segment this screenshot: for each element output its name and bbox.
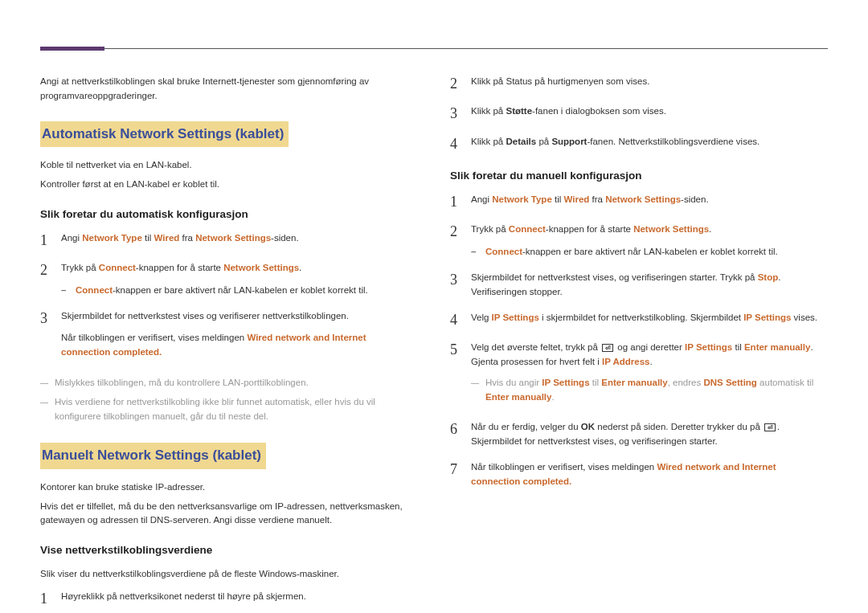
step-body: Angi Network Type til Wired fra Network …	[61, 231, 418, 246]
step-number: 4	[450, 135, 471, 153]
note-1: Mislykkes tilkoblingen, må du kontroller…	[40, 376, 418, 390]
step-number: 3	[40, 309, 61, 328]
step-number: 3	[450, 271, 471, 289]
enter-icon: ⏎	[602, 344, 613, 352]
auto-step-1: 1 Angi Network Type til Wired fra Networ…	[40, 231, 418, 250]
header-rule	[40, 48, 828, 49]
step-body: Klikk på Details på Support-fanen. Nettv…	[471, 135, 828, 149]
step-body: Angi Network Type til Wired fra Network …	[471, 193, 828, 207]
footnote-mark-icon	[40, 376, 55, 390]
step-number: 1	[40, 590, 61, 608]
manual-p2: Hvis det er tilfellet, må du be den nett…	[40, 500, 418, 529]
view-values-intro: Slik viser du nettverkstilkoblingsverdie…	[40, 567, 418, 582]
step-body: Skjermbildet for nettverkstest vises, og…	[471, 271, 828, 300]
step-body: Når du er ferdig, velger du OK nederst p…	[471, 420, 828, 449]
heading-view-values: Vise nettverkstilkoblingsverdiene	[40, 542, 418, 559]
step-body: Skjermbildet for nettverkstest vises og …	[61, 309, 418, 365]
step-number: 1	[40, 231, 61, 250]
manual-step-3: 3 Skjermbildet for nettverkstest vises, …	[450, 271, 828, 300]
step-number: 6	[450, 420, 471, 439]
step-body: Velg det øverste feltet, trykk på ⏎ og a…	[471, 341, 828, 409]
step-body: Trykk på Connect-knappen for å starte Ne…	[471, 223, 828, 260]
manual-step-2: 2 Trykk på Connect-knappen for å starte …	[450, 223, 828, 260]
intro-text: Angi at nettverkstilkoblingen skal bruke…	[40, 75, 418, 104]
auto-step-2: 2 Trykk på Connect-knappen for å starte …	[40, 261, 418, 298]
page-columns: Angi at nettverkstilkoblingen skal bruke…	[40, 75, 828, 613]
manual-step-1: 1 Angi Network Type til Wired fra Networ…	[450, 193, 828, 211]
step-body: Trykk på Connect-knappen for å starte Ne…	[61, 261, 418, 298]
manual-p1: Kontorer kan bruke statiske IP-adresser.	[40, 480, 418, 495]
enter-icon: ⏎	[764, 423, 776, 431]
footnote-mark-icon	[471, 376, 485, 405]
heading-manual-config: Slik foretar du manuell konfigurasjon	[450, 168, 828, 185]
manual-step-4: 4 Velg IP Settings i skjermbildet for ne…	[450, 311, 828, 329]
auto-p2: Kontroller først at en LAN-kabel er kobl…	[40, 178, 418, 192]
step-number: 7	[450, 460, 471, 479]
left-column: Angi at nettverkstilkoblingen skal bruke…	[40, 75, 418, 613]
substep: – Connect-knappen er bare aktivert når L…	[471, 245, 828, 260]
note-2: Hvis verdiene for nettverkstilkobling ik…	[40, 395, 418, 424]
step-number: 2	[450, 75, 471, 93]
step-number: 4	[450, 311, 471, 329]
step-number: 2	[40, 261, 61, 280]
step-number: 3	[450, 104, 471, 123]
substep: – Connect-knappen er bare aktivert når L…	[61, 284, 418, 298]
heading-manual-network: Manuelt Network Settings (kablet)	[40, 443, 266, 468]
step-number: 2	[450, 223, 471, 241]
view-step-4: 4 Klikk på Details på Support-fanen. Net…	[450, 135, 828, 153]
right-column: 2 Klikk på Status på hurtigmenyen som vi…	[450, 75, 828, 613]
step-body: Velg IP Settings i skjermbildet for nett…	[471, 311, 828, 325]
view-step-3: 3 Klikk på Støtte-fanen i dialogboksen s…	[450, 104, 828, 123]
step-number: 1	[450, 193, 471, 211]
heading-auto-network: Automatisk Network Settings (kablet)	[40, 121, 289, 147]
manual-step-7: 7 Når tilkoblingen er verifisert, vises …	[450, 460, 828, 489]
step-body: Klikk på Støtte-fanen i dialogboksen som…	[471, 104, 828, 119]
step-number: 5	[450, 341, 471, 359]
step-body: Når tilkoblingen er verifisert, vises me…	[471, 460, 828, 489]
view-step-2: 2 Klikk på Status på hurtigmenyen som vi…	[450, 75, 828, 93]
auto-step-3: 3 Skjermbildet for nettverkstest vises o…	[40, 309, 418, 365]
note-ip-settings: Hvis du angir IP Settings til Enter manu…	[471, 376, 828, 405]
auto-p1: Koble til nettverket via en LAN-kabel.	[40, 158, 418, 173]
footnote-mark-icon	[40, 395, 55, 424]
manual-step-6: 6 Når du er ferdig, velger du OK nederst…	[450, 420, 828, 449]
view-step-1: 1 Høyreklikk på nettverksikonet nederst …	[40, 590, 418, 608]
dash-icon: –	[61, 284, 76, 298]
manual-step-5: 5 Velg det øverste feltet, trykk på ⏎ og…	[450, 341, 828, 409]
heading-auto-config: Slik foretar du automatisk konfigurasjon	[40, 206, 418, 223]
dash-icon: –	[471, 245, 485, 260]
